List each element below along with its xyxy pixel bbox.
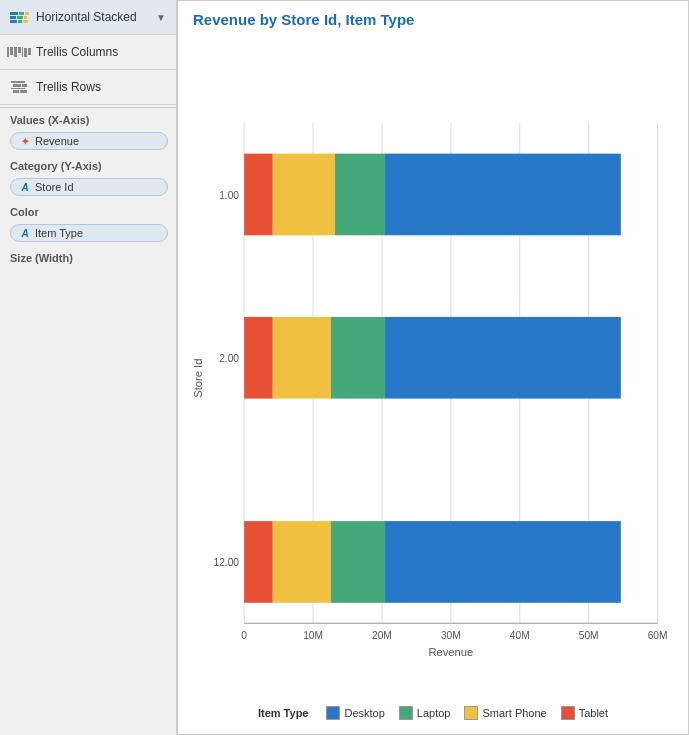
item-type-icon: A <box>19 227 31 239</box>
legend-label-desktop: Desktop <box>344 707 384 719</box>
bar1-desktop <box>385 154 621 236</box>
chart-container: Store Id 0 10M 20M 30M 40M 50M 60M Reven… <box>188 38 678 724</box>
bar1-tablet <box>244 154 273 236</box>
legend-item-smartphone: Smart Phone <box>464 706 546 720</box>
bar3-tablet <box>244 521 273 603</box>
sidebar-item-trellis-rows[interactable]: Trellis Rows <box>0 70 176 105</box>
svg-text:0: 0 <box>241 630 247 641</box>
legend-label-laptop: Laptop <box>417 707 451 719</box>
revenue-pill[interactable]: ✦ Revenue <box>10 132 168 150</box>
y-axis-label: Store Id <box>192 359 204 398</box>
svg-text:12.00: 12.00 <box>214 557 240 568</box>
trellis-columns-icon <box>10 43 28 61</box>
item-type-pill[interactable]: A Item Type <box>10 224 168 242</box>
revenue-pill-label: Revenue <box>35 135 79 147</box>
legend-color-laptop <box>399 706 413 720</box>
sidebar-item-trellis-columns[interactable]: Trellis Columns <box>0 35 176 70</box>
sidebar-item-label-trellis-columns: Trellis Columns <box>36 45 166 59</box>
chart-area: Revenue by Store Id, Item Type Store Id … <box>177 0 689 735</box>
bar1-smartphone <box>273 154 335 236</box>
category-y-axis-label: Category (Y-Axis) <box>0 154 176 176</box>
svg-text:1.00: 1.00 <box>219 190 239 201</box>
bar2-tablet <box>244 317 273 399</box>
revenue-icon: ✦ <box>19 135 31 147</box>
svg-text:40M: 40M <box>510 630 530 641</box>
bar2-smartphone <box>273 317 331 399</box>
legend-item-laptop: Laptop <box>399 706 451 720</box>
chart-svg: Store Id 0 10M 20M 30M 40M 50M 60M Reven… <box>188 38 678 698</box>
bar2-laptop <box>331 317 385 399</box>
svg-text:Revenue: Revenue <box>428 646 473 658</box>
legend-label-tablet: Tablet <box>579 707 608 719</box>
store-id-pill[interactable]: A Store Id <box>10 178 168 196</box>
legend-item-tablet: Tablet <box>561 706 608 720</box>
legend-title: Item Type <box>258 707 309 719</box>
bar3-smartphone <box>273 521 331 603</box>
bar3-desktop <box>385 521 621 603</box>
store-id-icon: A <box>19 181 31 193</box>
sidebar-item-horizontal-stacked[interactable]: Horizontal Stacked ▼ <box>0 0 176 35</box>
chart-title: Revenue by Store Id, Item Type <box>188 11 678 28</box>
svg-text:60M: 60M <box>648 630 668 641</box>
legend-color-desktop <box>326 706 340 720</box>
horizontal-stacked-icon <box>10 8 28 26</box>
legend-item-desktop: Desktop <box>326 706 384 720</box>
item-type-pill-label: Item Type <box>35 227 83 239</box>
chevron-icon: ▼ <box>156 12 166 23</box>
legend-color-tablet <box>561 706 575 720</box>
size-width-label: Size (Width) <box>0 246 176 268</box>
sidebar: Horizontal Stacked ▼ Trellis Columns <box>0 0 177 735</box>
trellis-rows-icon <box>10 78 28 96</box>
legend-label-smartphone: Smart Phone <box>482 707 546 719</box>
chart-legend: Item Type Desktop Laptop Smart Phone Tab… <box>188 698 678 724</box>
sidebar-item-label-horizontal-stacked: Horizontal Stacked <box>36 10 156 24</box>
sidebar-item-label-trellis-rows: Trellis Rows <box>36 80 166 94</box>
svg-text:20M: 20M <box>372 630 392 641</box>
svg-text:50M: 50M <box>579 630 599 641</box>
bar3-laptop <box>331 521 385 603</box>
color-label: Color <box>0 200 176 222</box>
svg-text:10M: 10M <box>303 630 323 641</box>
bar2-desktop <box>385 317 621 399</box>
legend-color-smartphone <box>464 706 478 720</box>
store-id-pill-label: Store Id <box>35 181 74 193</box>
svg-text:2.00: 2.00 <box>219 353 239 364</box>
values-x-axis-label: Values (X-Axis) <box>0 108 176 130</box>
bar1-laptop <box>335 154 385 236</box>
svg-text:30M: 30M <box>441 630 461 641</box>
